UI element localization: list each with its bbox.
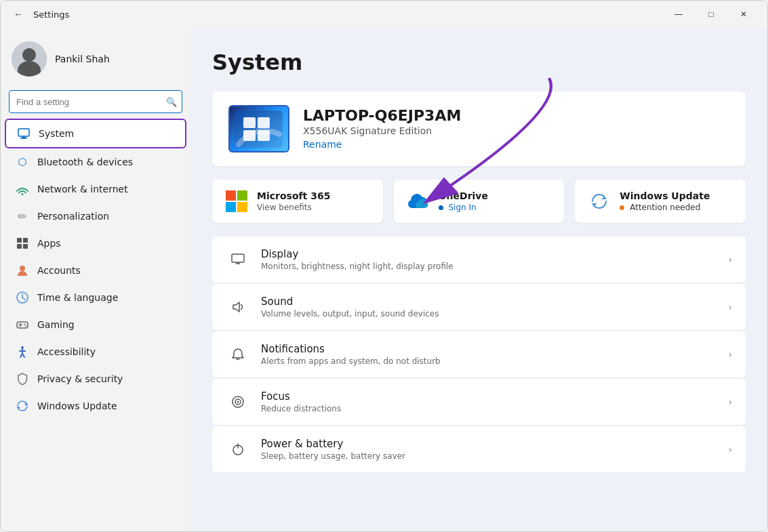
power-text: Power & battery Sleep, battery usage, ba… — [261, 438, 717, 461]
svg-point-8 — [20, 266, 25, 271]
svg-marker-34 — [233, 302, 239, 312]
power-chevron: › — [728, 444, 732, 455]
notifications-name: Notifications — [261, 343, 717, 355]
window-controls: — □ ✕ — [663, 3, 759, 25]
onedrive-icon — [406, 189, 430, 213]
svg-rect-31 — [232, 254, 244, 262]
accessibility-icon — [16, 345, 29, 359]
nav-item-accounts[interactable]: Accounts — [5, 257, 186, 284]
svg-rect-6 — [17, 244, 22, 249]
time-icon — [16, 291, 29, 304]
windowsupdate-tile-name: Windows Update — [620, 190, 710, 201]
setting-row-notifications[interactable]: Notifications Alerts from apps and syste… — [212, 331, 746, 377]
main-content: System — [190, 28, 767, 531]
search-input[interactable] — [9, 90, 182, 113]
display-text: Display Monitors, brightness, night ligh… — [261, 248, 717, 271]
nav-item-bluetooth[interactable]: ⬡ Bluetooth & devices — [5, 148, 186, 176]
windowsupdate-dot — [620, 205, 624, 210]
notifications-icon — [226, 342, 250, 367]
svg-rect-7 — [23, 244, 28, 249]
win11-logo — [235, 110, 283, 148]
display-name: Display — [261, 248, 717, 260]
setting-row-power[interactable]: Power & battery Sleep, battery usage, ba… — [212, 426, 746, 472]
nav-item-personalization[interactable]: ✏️ Personalization — [5, 203, 186, 230]
nav-item-time[interactable]: Time & language — [5, 284, 186, 311]
user-profile[interactable]: Pankil Shah — [1, 33, 190, 87]
onedrive-dot — [439, 205, 443, 210]
search-icon: 🔍 — [166, 97, 177, 107]
nav-label-network: Network & internet — [37, 184, 128, 195]
nav-label-privacy: Privacy & security — [37, 373, 123, 384]
apps-icon — [16, 237, 29, 250]
focus-desc: Reduce distractions — [261, 404, 717, 413]
quick-tile-microsoft365[interactable]: Microsoft 365 View benefits — [212, 180, 383, 223]
display-chevron: › — [728, 254, 732, 265]
nav-item-network[interactable]: Network & internet — [5, 176, 186, 203]
svg-point-37 — [237, 401, 239, 403]
nav-item-privacy[interactable]: Privacy & security — [5, 365, 186, 392]
setting-row-display[interactable]: Display Monitors, brightness, night ligh… — [212, 237, 746, 283]
onedrive-sub: Sign In — [439, 203, 488, 212]
accounts-icon — [16, 264, 29, 277]
nav-item-apps[interactable]: Apps — [5, 230, 186, 257]
maximize-button[interactable]: □ — [695, 3, 727, 25]
windowsupdate-tile-text: Windows Update Attention needed — [620, 190, 710, 212]
settings-window: ← Settings — □ ✕ Pankil Shah 🔍 — [0, 0, 768, 532]
sound-icon — [226, 295, 250, 319]
system-icon — [17, 127, 31, 140]
nav-label-system: System — [39, 128, 74, 139]
svg-rect-28 — [237, 190, 247, 201]
sound-chevron: › — [728, 302, 732, 312]
display-icon — [226, 247, 250, 272]
quick-tiles: Microsoft 365 View benefits OneDrive — [212, 180, 746, 223]
svg-rect-24 — [258, 117, 270, 128]
svg-rect-0 — [18, 129, 29, 136]
avatar — [12, 41, 47, 77]
power-name: Power & battery — [261, 438, 717, 450]
nav-label-gaming: Gaming — [37, 319, 75, 330]
nav-item-gaming[interactable]: Gaming — [5, 311, 186, 338]
nav-label-accounts: Accounts — [37, 265, 81, 276]
nav-label-accessibility: Accessibility — [37, 346, 96, 357]
svg-point-15 — [24, 324, 25, 325]
focus-name: Focus — [261, 390, 717, 403]
device-model: X556UAK Signature Edition — [303, 125, 729, 136]
nav-label-bluetooth: Bluetooth & devices — [37, 157, 133, 167]
minimize-button[interactable]: — — [663, 3, 694, 25]
windowsupdate-icon — [16, 399, 29, 413]
back-button[interactable]: ← — [9, 5, 28, 24]
device-card: LAPTOP-Q6EJP3AM X556UAK Signature Editio… — [212, 91, 746, 166]
svg-rect-29 — [226, 202, 236, 212]
svg-rect-30 — [237, 202, 247, 212]
window-title: Settings — [33, 9, 69, 20]
nav-item-accessibility[interactable]: Accessibility — [5, 338, 186, 365]
focus-chevron: › — [728, 396, 732, 407]
setting-row-sound[interactable]: Sound Volume levels, output, input, soun… — [212, 284, 746, 330]
microsoft365-name: Microsoft 365 — [257, 190, 330, 201]
nav-item-windowsupdate[interactable]: Windows Update — [5, 392, 186, 420]
sidebar: Pankil Shah 🔍 System ⬡ — [1, 28, 190, 531]
notifications-text: Notifications Alerts from apps and syste… — [261, 343, 717, 366]
nav-label-time: Time & language — [37, 292, 118, 303]
close-button[interactable]: ✕ — [728, 3, 759, 25]
svg-rect-5 — [23, 238, 28, 243]
device-rename-link[interactable]: Rename — [303, 139, 342, 150]
bluetooth-icon: ⬡ — [16, 155, 29, 169]
onedrive-text: OneDrive Sign In — [439, 190, 488, 212]
quick-tile-onedrive[interactable]: OneDrive Sign In — [394, 180, 565, 223]
settings-list: Display Monitors, brightness, night ligh… — [212, 237, 746, 472]
nav-label-personalization: Personalization — [37, 211, 109, 222]
svg-rect-23 — [243, 117, 256, 128]
network-icon — [16, 182, 29, 196]
setting-row-focus[interactable]: Focus Reduce distractions › — [212, 379, 746, 425]
svg-point-16 — [25, 325, 26, 327]
power-desc: Sleep, battery usage, battery saver — [261, 451, 717, 461]
windowsupdate-tile-sub: Attention needed — [620, 203, 710, 212]
quick-tile-windowsupdate[interactable]: Windows Update Attention needed — [575, 180, 746, 223]
onedrive-name: OneDrive — [439, 190, 488, 201]
focus-text: Focus Reduce distractions — [261, 390, 717, 413]
gaming-icon — [16, 318, 29, 331]
svg-line-21 — [22, 354, 24, 357]
nav-item-system[interactable]: System — [5, 119, 186, 148]
microsoft365-icon — [224, 189, 249, 213]
